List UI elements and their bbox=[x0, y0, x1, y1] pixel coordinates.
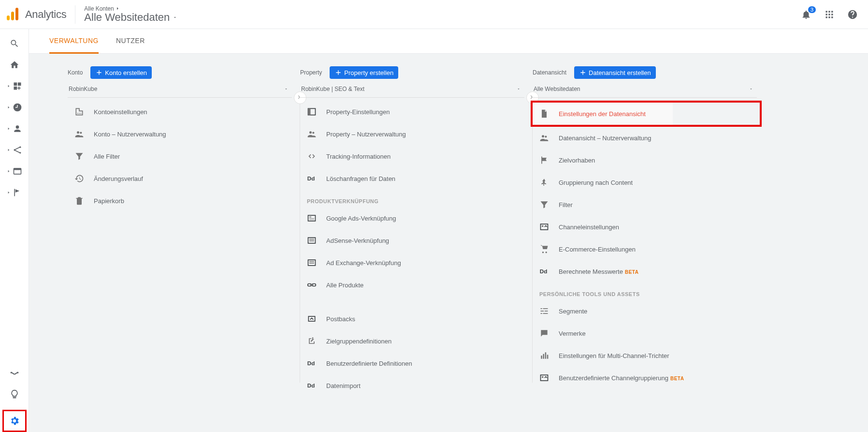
nav-realtime[interactable] bbox=[7, 102, 22, 113]
menu-item[interactable]: Channeleinstellungen bbox=[533, 216, 765, 238]
svg-rect-48 bbox=[542, 225, 543, 227]
nav-audience[interactable] bbox=[7, 123, 22, 134]
svg-rect-13 bbox=[17, 83, 21, 86]
svg-rect-38 bbox=[309, 263, 314, 264]
menu-item[interactable]: Property-Einstellungen bbox=[300, 101, 532, 123]
admin-gear-icon[interactable] bbox=[9, 415, 20, 427]
tab-verwaltung[interactable]: VERWALTUNG bbox=[49, 29, 99, 54]
menu-item[interactable]: Vermerke bbox=[533, 322, 765, 344]
menu-item-label: Zielvorhaben bbox=[559, 157, 595, 164]
menu-item[interactable]: Postbacks bbox=[300, 308, 532, 330]
menu-item[interactable]: Gruppierung nach Content bbox=[533, 171, 765, 194]
menu-item-label: E-Commerce-Einstellungen bbox=[559, 246, 636, 253]
menu-item[interactable]: Kontoeinstellungen bbox=[68, 101, 300, 123]
discover-icon[interactable] bbox=[9, 388, 20, 400]
menu-item-label: Property-Einstellungen bbox=[326, 108, 390, 116]
menu-item[interactable]: Benutzerdefinierte ChannelgruppierungBET… bbox=[533, 367, 765, 389]
chan-icon bbox=[539, 373, 549, 383]
menu-item-label: Datenansicht – Nutzerverwaltung bbox=[559, 134, 651, 142]
nav-acquisition[interactable] bbox=[7, 144, 22, 156]
nav-behavior[interactable] bbox=[7, 165, 22, 177]
menu-item[interactable]: Zielgruppendefinitionen bbox=[300, 330, 532, 352]
dd-icon: Dd bbox=[307, 381, 317, 390]
menu-item-label: Papierkorb bbox=[94, 197, 124, 205]
menu-item-label: Filter bbox=[559, 201, 573, 209]
flag-icon bbox=[539, 155, 549, 165]
search-icon[interactable] bbox=[9, 38, 20, 49]
menu-item[interactable]: DdBerechnete MesswerteBETA bbox=[533, 260, 765, 283]
menu-item[interactable]: Alle Produkte bbox=[300, 274, 532, 296]
svg-rect-55 bbox=[543, 313, 548, 314]
col-label: Konto bbox=[68, 69, 83, 76]
svg-rect-59 bbox=[547, 355, 549, 358]
menu-item[interactable]: Google Ads-Verknüpfung bbox=[300, 207, 532, 229]
menu-item[interactable]: Konto – Nutzerverwaltung bbox=[68, 123, 300, 145]
menu-item[interactable]: Datenansicht – Nutzerverwaltung bbox=[533, 127, 765, 149]
dd-icon: Dd bbox=[307, 174, 317, 183]
menu-item[interactable]: DdBenutzerdefinierte Definitionen bbox=[300, 352, 532, 374]
menu-item-label: Einstellungen für Multi-Channel-Trichter bbox=[559, 352, 669, 359]
svg-rect-52 bbox=[541, 311, 544, 312]
menu-item[interactable]: Alle Filter bbox=[68, 145, 300, 167]
menu-item[interactable]: Ad Exchange-Verknüpfung bbox=[300, 252, 532, 274]
chan-icon bbox=[539, 222, 549, 232]
svg-rect-37 bbox=[309, 261, 314, 262]
attribution-icon[interactable] bbox=[9, 367, 20, 379]
menu-item[interactable]: Einstellungen für Multi-Channel-Trichter bbox=[533, 344, 765, 367]
svg-text:Dd: Dd bbox=[307, 382, 315, 388]
menu-item-label: Vermerke bbox=[559, 330, 586, 337]
menu-item[interactable]: Segmente bbox=[533, 300, 765, 322]
tab-nutzer[interactable]: NUTZER bbox=[116, 29, 145, 53]
svg-rect-34 bbox=[309, 239, 314, 240]
menu-item[interactable]: Einstellungen der Datenansicht bbox=[533, 103, 673, 125]
menu-item[interactable]: Änderungsverlauf bbox=[68, 167, 300, 190]
svg-rect-0 bbox=[7, 15, 10, 20]
svg-rect-61 bbox=[542, 376, 543, 378]
col-property: Property Property erstellen RobinKube | … bbox=[300, 66, 532, 432]
svg-text:Dd: Dd bbox=[540, 268, 548, 274]
history-icon bbox=[74, 174, 84, 183]
svg-rect-12 bbox=[14, 83, 17, 86]
section-header: PERSÖNLICHE TOOLS UND ASSETS bbox=[533, 283, 765, 300]
nav-customization[interactable] bbox=[7, 80, 22, 92]
svg-rect-30 bbox=[309, 217, 311, 218]
nav-conversions[interactable] bbox=[7, 187, 22, 198]
menu-item[interactable]: Zielvorhaben bbox=[533, 149, 765, 171]
svg-rect-50 bbox=[541, 308, 542, 309]
svg-rect-7 bbox=[828, 14, 830, 15]
person-icon bbox=[539, 178, 549, 187]
dd-icon: Dd bbox=[307, 358, 317, 368]
admin-gear-highlight bbox=[2, 410, 27, 432]
svg-rect-53 bbox=[545, 311, 548, 312]
menu-item[interactable]: Property – Nutzerverwaltung bbox=[300, 123, 532, 145]
notifications-icon[interactable]: 3 bbox=[800, 9, 812, 20]
menu-item-label: Löschanfragen für Daten bbox=[326, 175, 395, 182]
create-property-button[interactable]: Property erstellen bbox=[330, 66, 398, 79]
create-view-button[interactable]: Datenansicht erstellen bbox=[574, 66, 656, 79]
menu-item[interactable]: AdSense-Verknüpfung bbox=[300, 229, 532, 252]
menu-item-label: Segmente bbox=[559, 308, 587, 315]
menu-item-label: AdSense-Verknüpfung bbox=[326, 237, 389, 244]
view-selector[interactable]: Alle Websitedaten bbox=[533, 84, 757, 98]
filter-icon bbox=[539, 200, 549, 209]
ads-icon bbox=[307, 213, 317, 223]
create-account-button[interactable]: Konto erstellen bbox=[90, 66, 152, 79]
svg-rect-14 bbox=[14, 87, 17, 90]
property-selector[interactable]: RobinKube | SEO & Text bbox=[300, 84, 524, 98]
account-selector[interactable]: RobinKube bbox=[68, 84, 292, 98]
apps-icon[interactable] bbox=[824, 9, 835, 20]
help-icon[interactable] bbox=[847, 9, 858, 20]
home-icon[interactable] bbox=[9, 59, 20, 71]
menu-item[interactable]: Papierkorb bbox=[68, 190, 300, 212]
svg-rect-1 bbox=[11, 12, 14, 20]
menu-item-label: Einstellungen der Datenansicht bbox=[559, 110, 646, 118]
menu-item[interactable]: DdLöschanfragen für Daten bbox=[300, 167, 532, 190]
menu-item[interactable]: E-Commerce-Einstellungen bbox=[533, 238, 765, 260]
menu-item-label: Benutzerdefinierte ChannelgruppierungBET… bbox=[559, 374, 684, 382]
menu-item-label: Gruppierung nach Content bbox=[559, 179, 633, 186]
menu-item[interactable]: DdDatenimport bbox=[300, 374, 532, 397]
account-selector[interactable]: Alle Konten Alle Websitedaten bbox=[84, 5, 177, 24]
menu-item[interactable]: Tracking-Informationen bbox=[300, 145, 532, 167]
menu-item-label: Benutzerdefinierte Definitionen bbox=[326, 360, 412, 367]
menu-item[interactable]: Filter bbox=[533, 194, 765, 216]
